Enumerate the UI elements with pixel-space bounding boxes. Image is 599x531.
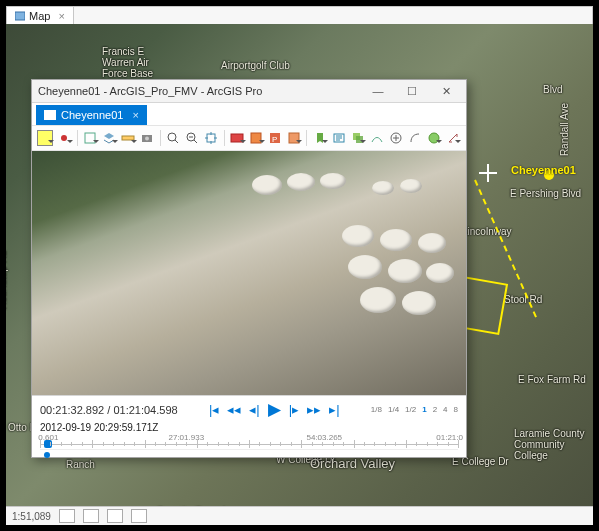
svg-point-5 bbox=[145, 137, 149, 141]
zoom-in-button[interactable] bbox=[164, 128, 183, 148]
skip-end-button[interactable]: ▸| bbox=[329, 402, 339, 417]
step-back-button[interactable]: ◂◂ bbox=[227, 402, 241, 417]
play-button[interactable]: ▶ bbox=[268, 399, 281, 420]
close-button[interactable]: ✕ bbox=[432, 83, 460, 99]
tank-shape bbox=[380, 229, 412, 251]
gamma-icon bbox=[408, 131, 422, 145]
status-icon[interactable] bbox=[131, 509, 147, 523]
tank-shape bbox=[342, 225, 374, 247]
map-label: E Pershing Blvd bbox=[510, 188, 581, 199]
export-ppt-button[interactable]: P bbox=[266, 128, 285, 148]
speed-mark: 8 bbox=[454, 406, 458, 414]
frame-back-button[interactable]: ◂| bbox=[249, 402, 259, 417]
mensuration-button[interactable] bbox=[443, 128, 462, 148]
fmv-titlebar[interactable]: Cheyenne01 - ArcGIS_Pro_FMV - ArcGIS Pro… bbox=[32, 80, 466, 103]
svg-rect-0 bbox=[15, 12, 25, 20]
identify-button[interactable] bbox=[100, 128, 119, 148]
frame-fwd-button[interactable]: |▸ bbox=[289, 402, 299, 417]
svg-rect-9 bbox=[207, 134, 215, 142]
color-picker-button[interactable] bbox=[36, 128, 55, 148]
status-icon[interactable] bbox=[107, 509, 123, 523]
flight-path bbox=[474, 180, 537, 318]
map-icon bbox=[15, 11, 25, 21]
sensor-trail-button[interactable] bbox=[367, 128, 386, 148]
point-icon bbox=[57, 131, 71, 145]
minimize-button[interactable]: — bbox=[364, 83, 392, 99]
map-tab[interactable]: Map × bbox=[7, 7, 74, 25]
svg-rect-17 bbox=[356, 136, 363, 143]
map-view[interactable]: Francis E Warren Air Force Base Airportg… bbox=[6, 24, 593, 525]
time-readout: 00:21:32.892 / 01:21:04.598 bbox=[40, 404, 178, 416]
tank-shape bbox=[287, 173, 315, 191]
close-icon[interactable]: × bbox=[132, 109, 138, 121]
overlay-button[interactable] bbox=[348, 128, 367, 148]
globe-icon bbox=[427, 131, 441, 145]
speed-mark: 1/4 bbox=[388, 406, 399, 414]
gamma-button[interactable] bbox=[405, 128, 424, 148]
fmv-video-frame[interactable] bbox=[32, 151, 466, 396]
step-fwd-button[interactable]: ▸▸ bbox=[307, 402, 321, 417]
separator bbox=[77, 130, 78, 146]
mini-scrubber[interactable] bbox=[40, 449, 458, 457]
zoom-extent-button[interactable] bbox=[183, 128, 202, 148]
svg-rect-2 bbox=[85, 133, 95, 143]
export-frame-button[interactable] bbox=[247, 128, 266, 148]
map-label: Roundtop Rd bbox=[6, 251, 8, 310]
skip-start-button[interactable]: |◂ bbox=[209, 402, 219, 417]
tank-shape bbox=[372, 181, 394, 195]
export-metadata-button[interactable] bbox=[284, 128, 303, 148]
map-label: Airportgolf Club bbox=[221, 60, 290, 71]
status-icon[interactable] bbox=[59, 509, 75, 523]
record-button[interactable] bbox=[228, 128, 247, 148]
tank-shape bbox=[418, 233, 446, 253]
fmv-tab-label: Cheyenne01 bbox=[61, 109, 123, 121]
bookmark-button[interactable] bbox=[310, 128, 329, 148]
enhance-button[interactable] bbox=[386, 128, 405, 148]
svg-rect-3 bbox=[122, 136, 134, 140]
tank-shape bbox=[360, 287, 396, 313]
close-icon[interactable]: × bbox=[58, 10, 64, 22]
status-icon[interactable] bbox=[83, 509, 99, 523]
video-icon bbox=[44, 110, 56, 120]
map-label: Lincolnway bbox=[462, 226, 511, 237]
zoom-frame-button[interactable] bbox=[202, 128, 221, 148]
bookmark-icon bbox=[313, 131, 327, 145]
speed-mark: 2 bbox=[433, 406, 437, 414]
mini-playhead[interactable] bbox=[44, 452, 50, 458]
map-label: Stool Rd bbox=[504, 294, 542, 305]
map-label: Francis E Warren Air Force Base bbox=[102, 46, 153, 79]
digitize-button[interactable] bbox=[55, 128, 74, 148]
fmv-transport: 00:21:32.892 / 01:21:04.598 |◂ ◂◂ ◂| ▶ |… bbox=[32, 396, 466, 457]
map-tab-bar: Map × bbox=[6, 6, 593, 26]
georef-button[interactable] bbox=[424, 128, 443, 148]
measure-button[interactable] bbox=[119, 128, 138, 148]
export-frame-icon bbox=[249, 131, 263, 145]
ruler-icon bbox=[121, 131, 135, 145]
maximize-button[interactable]: ☐ bbox=[398, 83, 426, 99]
timeline-scrubber[interactable]: 0.601 27:01.933 54:03.265 01:21:0 bbox=[40, 435, 458, 447]
map-scale[interactable]: 1:51,089 bbox=[12, 511, 51, 522]
svg-point-1 bbox=[61, 135, 67, 141]
svg-rect-14 bbox=[289, 133, 299, 143]
metadata-icon bbox=[287, 131, 301, 145]
map-tab-label: Map bbox=[29, 10, 50, 22]
select-tool-button[interactable] bbox=[81, 128, 100, 148]
speed-scale[interactable]: 1/8 1/4 1/2 1 2 4 8 bbox=[371, 406, 458, 414]
separator bbox=[224, 130, 225, 146]
separator bbox=[160, 130, 161, 146]
fmv-video-tab[interactable]: Cheyenne01 × bbox=[36, 105, 147, 125]
fmv-window: Cheyenne01 - ArcGIS_Pro_FMV - ArcGIS Pro… bbox=[31, 79, 467, 458]
fmv-toolbar: P bbox=[32, 125, 466, 151]
tank-shape bbox=[348, 255, 382, 279]
app-frame: Map × Francis E Warren Air Force Base Ai… bbox=[0, 0, 599, 531]
tank-shape bbox=[402, 291, 436, 315]
ppt-icon: P bbox=[268, 131, 282, 145]
svg-point-6 bbox=[168, 133, 176, 141]
klv-button[interactable] bbox=[329, 128, 348, 148]
speed-mark: 1/2 bbox=[405, 406, 416, 414]
camera-icon bbox=[140, 131, 154, 145]
snapshot-button[interactable] bbox=[138, 128, 157, 148]
separator bbox=[306, 130, 307, 146]
record-icon bbox=[230, 131, 244, 145]
layers-icon bbox=[102, 131, 116, 145]
